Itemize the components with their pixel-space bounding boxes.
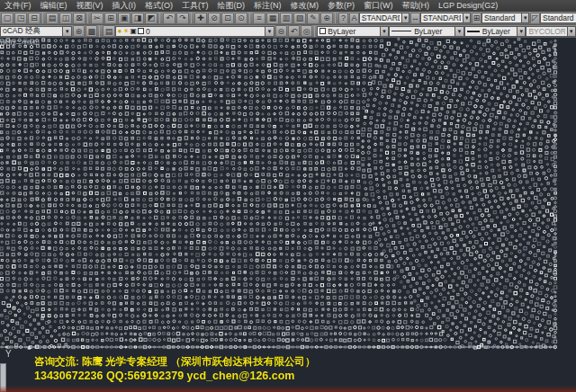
menu-edit[interactable]: 编辑(E) bbox=[36, 0, 72, 12]
color-swatch bbox=[320, 28, 326, 34]
menu-tools[interactable]: 工具(T) bbox=[177, 0, 213, 12]
workspace-save-icon[interactable]: ▩ bbox=[86, 25, 97, 37]
text-style-value: STANDARD bbox=[362, 13, 400, 22]
lineweight-value: ByLayer bbox=[482, 27, 515, 36]
mleader-style-value: Standard bbox=[543, 13, 574, 22]
lineweight-sample bbox=[467, 31, 480, 32]
layer-on-icon[interactable]: ● bbox=[118, 27, 122, 35]
designcenter-icon[interactable]: ▦ bbox=[266, 13, 279, 24]
viewport-label[interactable]: [俯视][二维线框] bbox=[1, 39, 40, 47]
copy-icon[interactable]: ⊞ bbox=[104, 13, 117, 24]
dim-style-value: STANDARD bbox=[423, 13, 461, 22]
redo-icon[interactable]: ↷ bbox=[176, 13, 189, 24]
new-icon[interactable]: ▢ bbox=[1, 13, 14, 24]
match-properties-icon[interactable]: ◨ bbox=[131, 13, 144, 24]
menu-bar: 文件(F)编辑(E)视图(V)插入(I)格式(O)工具(T)绘图(D)标注(N)… bbox=[0, 0, 576, 12]
menu-file[interactable]: 文件(F) bbox=[0, 0, 36, 12]
color-value: ByLayer bbox=[328, 27, 377, 36]
linetype-value: ByLayer bbox=[414, 27, 453, 36]
layer-drop-arrow[interactable]: ▼ bbox=[265, 26, 274, 37]
dim-style-drop-arrow[interactable]: ▼ bbox=[463, 13, 471, 23]
toolbar-separator bbox=[87, 13, 88, 23]
block-editor-icon[interactable]: ◩ bbox=[145, 13, 158, 24]
linetype-drop-arrow[interactable]: ▼ bbox=[454, 26, 464, 37]
text-style-icon[interactable]: A bbox=[349, 13, 359, 24]
contact-banner-line1: 咨询交流: 陈鹰 光学专案经理 （深圳市跃创达科技有限公司） bbox=[34, 355, 315, 369]
make-object-layer-current-icon[interactable]: ⊜ bbox=[275, 25, 287, 37]
cut-icon[interactable]: ✂ bbox=[91, 13, 104, 24]
layers-properties-toolbar: oCAD 经典 ▼ ⊛ ▩ ▤ ● ☀ ▣ 0 ▼ ⊜ ↶ ◎ ByLayer … bbox=[0, 25, 576, 38]
menu-draw[interactable]: 绘图(D) bbox=[213, 0, 250, 12]
layer-lock-icon[interactable]: ▣ bbox=[130, 27, 138, 35]
save-icon[interactable]: ⊟ bbox=[28, 13, 40, 24]
zoom-window-icon[interactable]: ⊡ bbox=[221, 13, 234, 24]
standard-toolbar-icons: ▢◳⊟▤◫⊠✂⊞▣◨◩↶↷✚⊘⊡⊙≡▦▥▧✎⊕ bbox=[0, 13, 333, 24]
paste-icon[interactable]: ▣ bbox=[118, 13, 130, 24]
drawing-canvas[interactable] bbox=[0, 38, 576, 392]
menu-window[interactable]: 窗口(W) bbox=[359, 0, 398, 12]
toolbar-separator bbox=[249, 13, 250, 23]
layer-color-swatch[interactable] bbox=[138, 28, 144, 34]
autocad-window: 文件(F)编辑(E)视图(V)插入(I)格式(O)工具(T)绘图(D)标注(N)… bbox=[0, 0, 576, 392]
markup-icon[interactable]: ✎ bbox=[307, 13, 320, 24]
table-style-icon[interactable]: ⊞ bbox=[472, 13, 482, 24]
publish-icon[interactable]: ⊠ bbox=[73, 13, 86, 24]
text-style-drop-arrow[interactable]: ▼ bbox=[401, 13, 410, 23]
table-style-dropdown[interactable]: Standard bbox=[482, 13, 521, 23]
pan-icon[interactable]: ✚ bbox=[194, 13, 207, 24]
table-style-value: Standard bbox=[484, 13, 519, 22]
layer-previous-icon[interactable]: ↶ bbox=[288, 25, 300, 37]
layer-isolate-icon[interactable]: ◎ bbox=[301, 25, 312, 37]
text-style-dropdown[interactable]: STANDARD bbox=[359, 13, 401, 23]
dim-style-dropdown[interactable]: STANDARD bbox=[420, 13, 463, 23]
standard-toolbar: ▢◳⊟▤◫⊠✂⊞▣◨◩↶↷✚⊘⊡⊙≡▦▥▧✎⊕ ? A STANDARD ▼ ↔… bbox=[0, 12, 576, 25]
plot-style-drop-arrow[interactable]: ▼ bbox=[567, 26, 576, 37]
menu-help[interactable]: 帮助(H) bbox=[398, 0, 435, 12]
color-drop-arrow[interactable]: ▼ bbox=[380, 26, 389, 37]
color-dropdown[interactable]: ByLayer bbox=[317, 26, 379, 37]
undo-icon[interactable]: ↶ bbox=[163, 13, 176, 24]
toolbar-separator bbox=[159, 13, 160, 23]
quickcalc-icon[interactable]: ⊕ bbox=[320, 13, 333, 24]
menu-format[interactable]: 格式(O) bbox=[140, 0, 177, 12]
mleader-style-icon[interactable]: ◸ bbox=[530, 13, 540, 24]
contact-banner-line2: 13430672236 QQ:569192379 ycd_chen@126.co… bbox=[34, 370, 294, 382]
layer-properties-icon[interactable]: ▤ bbox=[103, 25, 114, 37]
plot-icon[interactable]: ▤ bbox=[46, 13, 58, 24]
layer-dropdown[interactable]: ● ☀ ▣ 0 bbox=[115, 26, 266, 37]
menu-modify[interactable]: 修改(M) bbox=[286, 0, 324, 12]
help-icon[interactable]: ? bbox=[338, 13, 348, 24]
lineweight-dropdown[interactable]: ByLayer bbox=[464, 26, 517, 37]
zoom-realtime-icon[interactable]: ⊘ bbox=[208, 13, 220, 24]
linetype-dropdown[interactable]: ByLayer bbox=[389, 26, 454, 37]
menu-view[interactable]: 视图(V) bbox=[72, 0, 108, 12]
menu-parametric[interactable]: 参数(P) bbox=[323, 0, 359, 12]
lineweight-drop-arrow[interactable]: ▼ bbox=[517, 26, 526, 37]
tool-palettes-icon[interactable]: ▥ bbox=[280, 13, 292, 24]
properties-icon[interactable]: ≡ bbox=[253, 13, 266, 24]
mleader-style-dropdown[interactable]: Standard bbox=[540, 13, 576, 23]
dim-style-icon[interactable]: ↔ bbox=[410, 13, 420, 24]
menu-dimension[interactable]: 标注(N) bbox=[249, 0, 286, 12]
plot-style-value: BYCOLOR bbox=[528, 27, 564, 36]
layer-name: 0 bbox=[146, 27, 263, 36]
open-icon[interactable]: ◳ bbox=[14, 13, 27, 24]
linetype-sample bbox=[392, 31, 411, 31]
menu-insert[interactable]: 插入(I) bbox=[108, 0, 141, 12]
toolbar-separator bbox=[314, 26, 315, 37]
workspace-dropdown[interactable]: oCAD 经典 bbox=[0, 26, 62, 37]
plot-style-dropdown[interactable]: BYCOLOR bbox=[526, 26, 566, 37]
drawing-area: [俯视][二维线框] Y 咨询交流: 陈鹰 光学专案经理 （深圳市跃创达科技有限… bbox=[0, 38, 576, 392]
workspace-drop-arrow[interactable]: ▼ bbox=[62, 26, 71, 37]
toolbar-separator bbox=[42, 13, 43, 23]
table-style-drop-arrow[interactable]: ▼ bbox=[521, 13, 529, 23]
menu-lgp-design[interactable]: LGP Design(G2) bbox=[434, 0, 502, 12]
toolbar-separator bbox=[191, 13, 192, 23]
sheet-set-icon[interactable]: ▧ bbox=[293, 13, 306, 24]
zoom-previous-icon[interactable]: ⊙ bbox=[235, 13, 248, 24]
workspace-settings-icon[interactable]: ⊛ bbox=[73, 25, 85, 37]
ucs-icon bbox=[0, 363, 6, 392]
plot-preview-icon[interactable]: ◫ bbox=[59, 13, 72, 24]
workspace-value: oCAD 经典 bbox=[3, 26, 60, 37]
layer-freeze-icon[interactable]: ☀ bbox=[122, 27, 129, 35]
